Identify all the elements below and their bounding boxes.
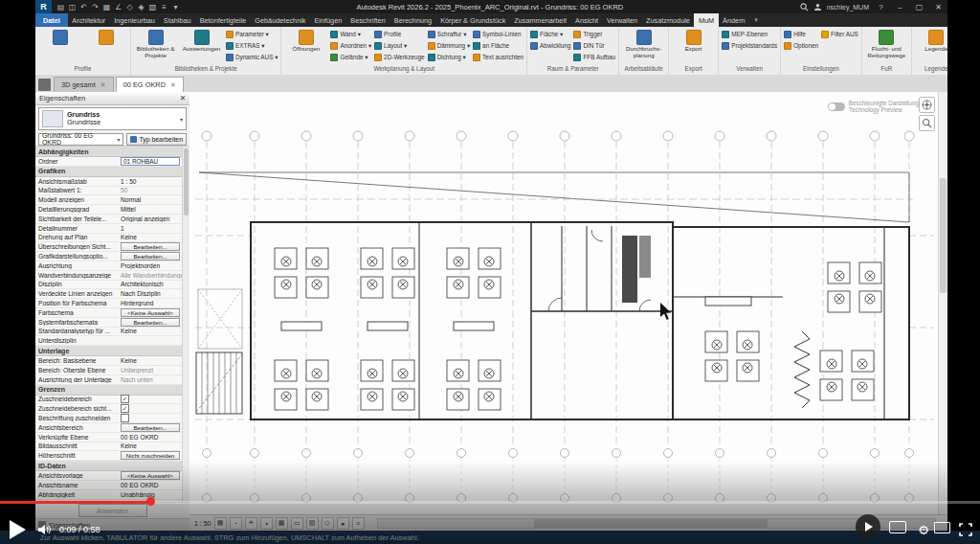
accelerated-display-toggle[interactable]: Beschleunigte Darstellung Technology Pre… xyxy=(828,100,919,113)
show-crop-region-icon[interactable]: ▧ xyxy=(306,517,319,530)
ribbon-button[interactable]: FFB Aufbau xyxy=(573,52,615,62)
ribbon-button[interactable]: Bibliotheken & Projekte xyxy=(134,29,177,58)
open-icon[interactable]: ▤ xyxy=(56,3,65,11)
video-miniplayer-button[interactable] xyxy=(856,514,880,539)
ribbon-tab-mum[interactable]: MuM xyxy=(694,13,718,27)
ribbon-tab-beschriften[interactable]: Beschriften xyxy=(346,13,390,27)
reveal-hidden-elements-icon[interactable]: ● xyxy=(337,517,349,530)
property-value[interactable]: Projektnorden xyxy=(121,262,182,269)
close-tab-icon[interactable]: ✕ xyxy=(100,81,106,89)
type-selector[interactable]: Grundriss Grundrisse ▾ xyxy=(38,107,187,130)
property-value[interactable]: 1 : 50 xyxy=(121,178,182,185)
ribbon-button[interactable]: MEP-Ebenen xyxy=(722,29,777,39)
property-group-header[interactable]: Unterlage xyxy=(35,346,182,356)
ribbon-button[interactable] xyxy=(84,29,127,46)
ribbon-tab-einfügen[interactable]: Einfügen xyxy=(310,13,346,27)
ribbon-button[interactable]: an Fläche xyxy=(473,40,523,51)
ribbon-button[interactable]: Legende xyxy=(915,29,947,53)
ribbon-button[interactable]: EXTRAS ▾ xyxy=(226,40,278,51)
property-value[interactable]: <Keine Auswahl> xyxy=(121,471,180,480)
ribbon-button[interactable]: Trigger xyxy=(573,29,615,39)
rendering-dialog-icon[interactable]: ▩ xyxy=(276,517,288,530)
maximize-button[interactable]: ▢ xyxy=(912,0,926,13)
property-value[interactable]: Bearbeiten... xyxy=(121,242,180,251)
property-value[interactable]: ✓ xyxy=(121,395,129,403)
property-group-header[interactable]: ID-Daten xyxy=(35,461,182,471)
ribbon-button[interactable]: Filter AUS xyxy=(821,29,858,39)
ribbon-button[interactable]: DIN Tür xyxy=(573,40,615,51)
ribbon-tab-ansicht[interactable]: Ansicht xyxy=(571,13,603,27)
ribbon-button[interactable]: Layout ▾ xyxy=(374,40,425,51)
minimize-button[interactable]: – xyxy=(893,0,907,13)
print-icon[interactable]: ▦ xyxy=(102,3,111,11)
ribbon-tab-stahlbau[interactable]: Stahlbau xyxy=(159,13,195,27)
redo-icon[interactable]: ↷ xyxy=(91,3,100,11)
constraints-icon[interactable]: ≡ xyxy=(352,517,365,530)
ribbon-tab-verwalten[interactable]: Verwalten xyxy=(603,13,642,27)
video-progress-dot[interactable] xyxy=(146,497,155,506)
detail-level-icon[interactable]: ▦ xyxy=(214,517,227,530)
property-group-header[interactable]: Grafiken xyxy=(35,167,182,177)
visual-style-icon[interactable]: ◔ xyxy=(230,517,242,530)
property-value[interactable]: Keine xyxy=(121,328,182,334)
ribbon-button[interactable]: Export xyxy=(672,29,715,53)
zoom-tool-icon[interactable] xyxy=(919,115,935,131)
property-value[interactable]: <Keine Auswahl> xyxy=(121,308,180,317)
close-palette-icon[interactable]: ✕ xyxy=(180,94,186,102)
close-tab-icon[interactable]: ✕ xyxy=(170,81,176,89)
steering-wheel-icon[interactable] xyxy=(919,97,935,113)
property-value[interactable]: Keine xyxy=(121,357,182,364)
crop-view-icon[interactable]: ▭ xyxy=(291,517,303,530)
ribbon-button[interactable] xyxy=(38,29,81,46)
volume-icon[interactable] xyxy=(38,524,52,535)
ribbon-tab-ingenieurbau[interactable]: Ingenieurbau xyxy=(110,13,160,27)
shadows-icon[interactable]: ◑ xyxy=(260,517,273,530)
fullscreen-button[interactable] xyxy=(959,523,972,536)
temporary-hide-isolate-icon[interactable]: ◇ xyxy=(322,517,334,530)
qat-customize-icon[interactable]: ▾ xyxy=(171,3,180,11)
ribbon-button[interactable]: Symbol-Linien xyxy=(473,29,523,39)
element-filter-combo[interactable]: Grundriss: 00 EG OKRD ▾ xyxy=(38,133,123,146)
ribbon-button[interactable]: Durchbruchs-planung xyxy=(622,29,665,58)
property-value[interactable]: ✓ xyxy=(121,404,129,413)
drawing-area[interactable]: Beschleunigte Darstellung Technology Pre… xyxy=(189,92,947,515)
view-tab-3d-gesamt[interactable]: 3D gesamt ✕ xyxy=(54,77,114,92)
property-value[interactable]: Nach Disziplin xyxy=(121,290,182,297)
property-value[interactable]: Nicht zuschneiden xyxy=(121,451,180,460)
ribbon-tab-gebäudetechnik[interactable]: Gebäudetechnik xyxy=(251,13,310,27)
ribbon-button[interactable]: Profile xyxy=(374,29,425,39)
property-value[interactable]: Mittel xyxy=(121,206,182,213)
ribbon-button[interactable]: Projektstandards xyxy=(722,40,777,51)
theater-mode-button[interactable] xyxy=(934,522,950,533)
property-value[interactable]: Normal xyxy=(121,196,182,203)
ribbon-button[interactable]: Fläche ▾ xyxy=(530,29,570,39)
property-value[interactable]: 00 EG OKRD xyxy=(121,434,182,441)
ribbon-tab-zusammenarbeit[interactable]: Zusammenarbeit xyxy=(510,13,571,27)
property-value[interactable]: Keine xyxy=(121,234,182,240)
ribbon-tab-datei[interactable]: Datei xyxy=(35,13,68,27)
property-value[interactable]: 00 EG OKRD xyxy=(121,482,182,488)
property-value[interactable]: Keine xyxy=(121,442,182,449)
ribbon-tab-zusatzmodule[interactable]: Zusatzmodule xyxy=(642,13,695,27)
captions-button[interactable] xyxy=(889,521,906,533)
ribbon-button[interactable]: Gelände ▾ xyxy=(330,52,371,62)
horizontal-scrollbar[interactable] xyxy=(377,518,936,529)
sun-path-icon[interactable]: ☀ xyxy=(245,517,257,530)
ribbon-tab-betonfertigteile[interactable]: Betonfertigteile xyxy=(195,13,251,27)
vertical-scrollbar[interactable] xyxy=(938,92,947,515)
toggle-switch-icon[interactable] xyxy=(828,102,845,111)
view-tab-00-eg-okrd[interactable]: 00 EG OKRD ✕ xyxy=(116,77,184,92)
property-value[interactable]: Bearbeiten... xyxy=(121,318,180,327)
measure-icon[interactable]: ∠ xyxy=(114,3,122,11)
video-play-button[interactable] xyxy=(10,520,26,539)
default-3d-view-icon[interactable]: ◈ xyxy=(137,3,145,11)
ribbon-button[interactable]: Auswertungen xyxy=(180,29,223,53)
property-value[interactable] xyxy=(121,414,129,422)
ribbon-button[interactable]: Parameter ▾ xyxy=(226,29,278,39)
ribbon-button[interactable]: Schraffur ▾ xyxy=(428,29,470,39)
ribbon-button[interactable]: Anordnen ▾ xyxy=(330,40,371,51)
ribbon-button[interactable]: Wand ▾ xyxy=(330,29,371,39)
property-value[interactable]: 01 ROHBAU xyxy=(121,157,180,166)
property-value[interactable]: 1 xyxy=(121,225,182,232)
close-button[interactable]: ✕ xyxy=(931,0,946,13)
